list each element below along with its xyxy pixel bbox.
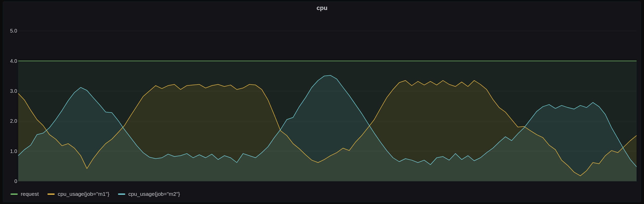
gridline [18,61,637,61]
y-axis-tick-label: 5.0 [5,28,17,34]
legend-item-m1[interactable]: cpu_usage{job="m1"} [47,191,109,197]
legend-label: cpu_usage{job="m1"} [58,191,109,197]
gridline [18,151,637,151]
legend-label: cpu_usage{job="m2"} [128,191,180,197]
legend-item-request[interactable]: request [11,191,39,197]
legend-swatch-request [11,193,18,195]
y-axis-tick-label: 1.0 [5,148,17,154]
plot-area[interactable]: 01.02.03.04.05.0 [18,25,637,181]
panel-title[interactable]: cpu [3,4,641,12]
y-axis-tick-label: 4.0 [5,58,17,64]
legend-swatch-m2 [118,193,125,195]
y-axis-tick-label: 2.0 [5,118,17,124]
gridline [18,31,637,31]
chart-svg [18,25,637,181]
gridline [18,121,637,121]
chart-panel: cpu 01.02.03.04.05.0 request cpu_usage{j… [3,2,641,202]
legend-item-m2[interactable]: cpu_usage{job="m2"} [118,191,180,197]
legend-swatch-m1 [47,193,55,195]
gridline [18,181,637,181]
gridline [18,91,637,91]
legend: request cpu_usage{job="m1"} cpu_usage{jo… [11,191,180,197]
legend-label: request [21,191,39,197]
y-axis-tick-label: 3.0 [5,88,17,94]
y-axis-tick-label: 0 [5,178,17,184]
